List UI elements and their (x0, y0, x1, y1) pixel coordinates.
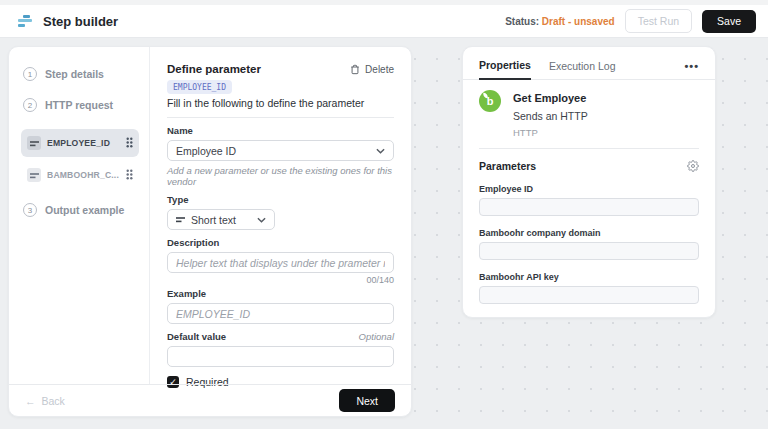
name-helper-text: Add a new parameter or use the existing … (167, 165, 394, 187)
step-number-badge: 3 (23, 203, 37, 217)
default-value-label: Default value (167, 331, 226, 342)
optional-hint: Optional (359, 331, 394, 342)
status-label: Status: (505, 16, 539, 27)
type-label: Type (167, 194, 394, 205)
connector-subtitle: Sends an HTTP (513, 110, 588, 122)
sidebar-item-http-request[interactable]: 2 HTTP request (23, 98, 139, 112)
drag-handle-icon[interactable] (126, 166, 133, 184)
status-text: Status: Draft - unsaved (505, 16, 614, 27)
chevron-down-icon (257, 217, 266, 223)
name-select[interactable]: Employee ID (167, 140, 394, 161)
description-input[interactable] (167, 252, 394, 273)
param-field-label: Bamboohr company domain (479, 228, 699, 238)
form-footer: ← Back Next (9, 384, 411, 416)
example-input[interactable] (167, 303, 394, 324)
short-text-icon (27, 168, 41, 182)
save-button[interactable]: Save (702, 10, 756, 33)
example-label: Example (167, 288, 394, 299)
gear-icon[interactable] (687, 160, 699, 172)
description-label: Description (167, 237, 394, 248)
status-value: Draft - unsaved (542, 16, 615, 27)
overflow-menu-icon[interactable]: ••• (684, 63, 699, 76)
char-counter: 00/140 (167, 275, 394, 285)
sidebar-item-param-employee-id[interactable]: EMPLOYEE_ID (21, 129, 139, 157)
connector-summary: b Get Employee Sends an HTTP HTTP (463, 80, 715, 138)
short-text-icon (27, 136, 41, 150)
param-field-label: Bamboohr API key (479, 272, 699, 282)
param-field-input-employee-id[interactable] (479, 198, 699, 216)
tab-execution-log[interactable]: Execution Log (549, 60, 616, 79)
app-logo-icon (18, 15, 33, 27)
drag-handle-icon[interactable] (126, 134, 133, 152)
sidebar-item-param-bamboohr-domain[interactable]: BAMBOOHR_C... (21, 161, 139, 189)
short-text-icon (176, 216, 185, 223)
test-run-button[interactable]: Test Run (625, 9, 692, 33)
step-builder-card: 1 Step details 2 HTTP request EMPLOYEE_I… (8, 46, 412, 417)
param-field-label: Employee ID (479, 184, 699, 194)
bamboohr-logo-icon: b (479, 90, 501, 112)
page-title: Step builder (43, 14, 118, 29)
workspace-canvas: 1 Step details 2 HTTP request EMPLOYEE_I… (0, 38, 768, 429)
back-button[interactable]: ← Back (25, 395, 65, 407)
param-key-badge: EMPLOYEE_ID (167, 80, 232, 94)
sidebar-item-step-details[interactable]: 1 Step details (23, 67, 139, 81)
divider (167, 117, 394, 118)
trash-icon (350, 64, 360, 75)
param-field-input-company-domain[interactable] (479, 242, 699, 260)
type-select[interactable]: Short text (167, 209, 275, 230)
connector-type: HTTP (513, 127, 588, 138)
properties-panel: Properties Execution Log ••• b Get Emplo… (462, 46, 716, 318)
param-field-input-api-key[interactable] (479, 286, 699, 304)
next-button[interactable]: Next (339, 389, 395, 412)
step-sidebar: 1 Step details 2 HTTP request EMPLOYEE_I… (9, 47, 150, 384)
connector-title: Get Employee (513, 90, 588, 104)
step-number-badge: 2 (23, 98, 37, 112)
sidebar-item-output-example[interactable]: 3 Output example (23, 203, 139, 217)
form-subtitle: Fill in the following to define the para… (167, 97, 394, 109)
back-arrow-icon: ← (25, 395, 36, 407)
parameters-title: Parameters (479, 160, 536, 172)
app-header: Step builder Status: Draft - unsaved Tes… (0, 5, 768, 38)
name-label: Name (167, 125, 394, 136)
step-number-badge: 1 (23, 67, 37, 81)
delete-button[interactable]: Delete (350, 64, 394, 75)
define-parameter-form: Define parameter Delete EMPLOYEE_ID Fill… (150, 47, 411, 384)
panel-tabs: Properties Execution Log ••• (463, 47, 715, 80)
form-title: Define parameter (167, 63, 261, 75)
default-value-input[interactable] (167, 346, 394, 367)
chevron-down-icon (376, 148, 385, 154)
tab-properties[interactable]: Properties (479, 59, 531, 80)
